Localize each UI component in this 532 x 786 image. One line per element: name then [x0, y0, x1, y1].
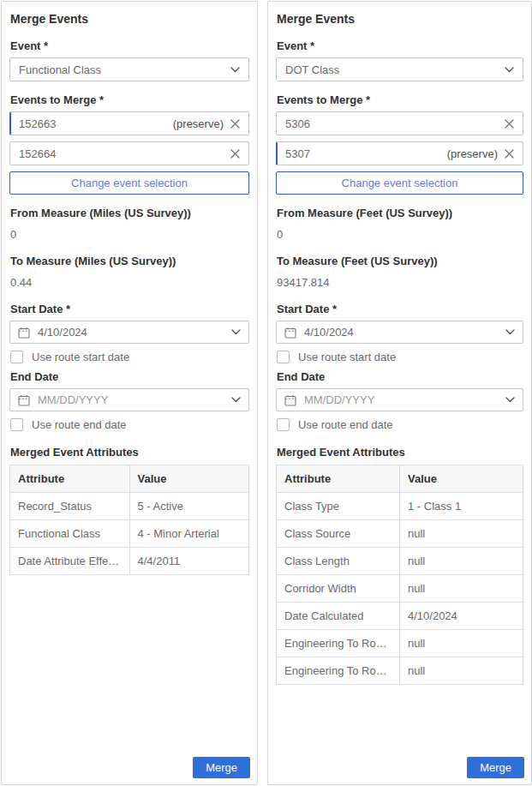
- event-to-merge-item[interactable]: 5307 (preserve): [276, 141, 523, 165]
- use-route-start-date-label: Use route start date: [298, 351, 396, 363]
- table-row: Date Calculated 4/10/2024: [277, 603, 523, 630]
- to-measure-label: To Measure (Miles (US Survey)): [10, 255, 249, 267]
- table-row: Engineering To Route ... null: [277, 657, 523, 685]
- merge-events-panel-functional-class: Merge Events Event * Functional Class Ev…: [1, 1, 258, 785]
- start-date-input[interactable]: 4/10/2024: [276, 321, 523, 344]
- value-column-header: Value: [129, 465, 249, 493]
- value-cell: 4 - Minor Arterial: [129, 520, 249, 548]
- event-to-merge-item[interactable]: 152663 (preserve): [9, 111, 249, 135]
- event-to-merge-item[interactable]: 5306: [276, 111, 523, 135]
- attribute-cell: Date Attribute Effective: [10, 548, 130, 575]
- start-date-label: Start Date *: [277, 303, 523, 315]
- end-date-label: End Date: [10, 370, 249, 383]
- attribute-cell: Engineering To Route ...: [277, 657, 400, 685]
- event-select-value: DOT Class: [285, 63, 339, 76]
- calendar-icon: [284, 394, 296, 406]
- event-to-merge-item[interactable]: 152664: [9, 141, 249, 165]
- merge-events-panel-dot-class: Merge Events Event * DOT Class Events to…: [267, 1, 532, 785]
- chevron-down-icon: [505, 397, 515, 403]
- start-date-label: Start Date *: [10, 303, 249, 315]
- to-measure-value: 93417.814: [277, 276, 523, 289]
- merge-button[interactable]: Merge: [467, 757, 524, 778]
- end-date-placeholder: MM/DD/YYYY: [38, 393, 108, 406]
- from-measure-label: From Measure (Feet (US Survey)): [277, 207, 523, 219]
- close-icon[interactable]: [230, 149, 240, 159]
- value-cell: 1 - Class 1: [400, 493, 523, 520]
- merge-button[interactable]: Merge: [193, 757, 250, 778]
- value-cell: null: [400, 575, 523, 603]
- start-date-value: 4/10/2024: [304, 326, 354, 339]
- event-label: Event *: [10, 39, 249, 52]
- table-header-row: Attribute Value: [10, 465, 249, 493]
- event-select[interactable]: DOT Class: [276, 57, 523, 81]
- change-event-selection-button[interactable]: Change event selection: [9, 171, 249, 195]
- from-measure-label: From Measure (Miles (US Survey)): [10, 207, 249, 219]
- value-column-header: Value: [400, 465, 523, 493]
- start-date-value: 4/10/2024: [38, 326, 87, 339]
- end-date-input[interactable]: MM/DD/YYYY: [9, 388, 249, 411]
- table-row: Corridor Width null: [277, 575, 523, 603]
- from-measure-value: 0: [10, 228, 249, 241]
- panel-title: Merge Events: [277, 12, 523, 26]
- panel-title: Merge Events: [10, 12, 249, 26]
- chevron-down-icon: [231, 329, 241, 335]
- attribute-cell: Class Source: [277, 520, 400, 548]
- table-row: Class Type 1 - Class 1: [277, 493, 523, 520]
- chevron-down-icon: [505, 329, 515, 335]
- end-date-input[interactable]: MM/DD/YYYY: [276, 388, 523, 411]
- value-cell: null: [400, 548, 523, 575]
- calendar-icon: [18, 394, 30, 406]
- event-label: Event *: [277, 39, 523, 52]
- table-row: Record_Status 5 - Active: [10, 493, 249, 520]
- value-cell: 4/10/2024: [400, 603, 523, 630]
- event-select[interactable]: Functional Class: [9, 57, 249, 81]
- table-row: Date Attribute Effective 4/4/2011: [10, 548, 249, 575]
- to-measure-label: To Measure (Feet (US Survey)): [277, 255, 523, 267]
- event-id: 152663: [19, 117, 56, 130]
- attribute-column-header: Attribute: [277, 465, 400, 493]
- event-id: 5307: [285, 147, 310, 160]
- event-id: 5306: [285, 117, 310, 130]
- merged-event-attributes-table: Attribute Value Class Type 1 - Class 1 C…: [276, 465, 523, 685]
- event-id: 152664: [19, 147, 56, 160]
- use-route-end-date-label: Use route end date: [298, 418, 393, 431]
- merged-event-attributes-title: Merged Event Attributes: [277, 446, 523, 459]
- chevron-down-icon: [231, 397, 241, 403]
- chevron-down-icon: [230, 67, 240, 73]
- close-icon[interactable]: [505, 119, 514, 129]
- use-route-end-date-checkbox[interactable]: [277, 418, 290, 431]
- table-row: Engineering To RouteID null: [277, 630, 523, 657]
- table-row: Class Source null: [277, 520, 523, 548]
- calendar-icon: [18, 327, 30, 339]
- close-icon[interactable]: [230, 119, 240, 129]
- use-route-end-date-row: Use route end date: [277, 418, 523, 431]
- use-route-end-date-checkbox[interactable]: [10, 418, 23, 431]
- change-event-selection-button[interactable]: Change event selection: [276, 171, 523, 195]
- attribute-column-header: Attribute: [10, 465, 130, 493]
- merged-event-attributes-table: Attribute Value Record_Status 5 - Active…: [9, 465, 249, 575]
- attribute-cell: Functional Class: [10, 520, 130, 548]
- event-select-value: Functional Class: [19, 63, 101, 76]
- close-icon[interactable]: [505, 149, 514, 159]
- use-route-start-date-row: Use route start date: [277, 351, 523, 363]
- end-date-placeholder: MM/DD/YYYY: [304, 393, 374, 406]
- use-route-end-date-row: Use route end date: [10, 418, 249, 431]
- table-row: Class Length null: [277, 548, 523, 575]
- attribute-cell: Class Type: [277, 493, 400, 520]
- preserve-badge: (preserve): [447, 147, 505, 160]
- end-date-label: End Date: [277, 370, 523, 383]
- events-to-merge-label: Events to Merge *: [10, 93, 249, 106]
- preserve-badge: (preserve): [173, 117, 230, 130]
- use-route-start-date-checkbox[interactable]: [277, 351, 290, 363]
- to-measure-value: 0.44: [10, 276, 249, 289]
- attribute-cell: Corridor Width: [277, 575, 400, 603]
- use-route-start-date-row: Use route start date: [10, 351, 249, 363]
- use-route-end-date-label: Use route end date: [32, 418, 127, 431]
- merge-events-workspace: Merge Events Event * Functional Class Ev…: [0, 0, 532, 786]
- start-date-input[interactable]: 4/10/2024: [9, 321, 249, 344]
- events-to-merge-label: Events to Merge *: [277, 93, 523, 106]
- merged-event-attributes-title: Merged Event Attributes: [10, 446, 249, 459]
- table-header-row: Attribute Value: [277, 465, 523, 493]
- use-route-start-date-checkbox[interactable]: [10, 351, 23, 363]
- value-cell: null: [400, 657, 523, 685]
